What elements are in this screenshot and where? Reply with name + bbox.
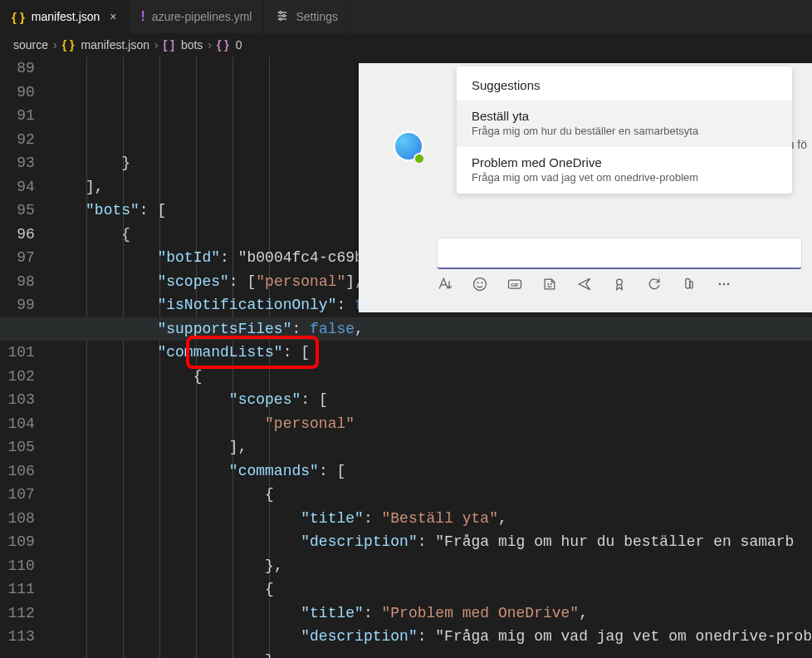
- teams-chat-panel: n du fö Suggestions Beställ yta Fråga mi…: [359, 63, 812, 312]
- loop-icon[interactable]: [646, 276, 663, 292]
- tab-label: Settings: [296, 10, 338, 23]
- praise-icon[interactable]: [611, 276, 628, 292]
- breadcrumb-item[interactable]: bots: [181, 38, 203, 52]
- svg-point-8: [482, 282, 482, 283]
- emoji-icon[interactable]: [472, 276, 488, 292]
- code-line[interactable]: },: [50, 554, 812, 578]
- suggestion-desc: Fråga mig om vad jag vet om onedrive-pro…: [472, 171, 777, 184]
- chevron-right-icon: ›: [154, 38, 159, 52]
- tab-manifest-json[interactable]: { } manifest.json ×: [0, 0, 130, 33]
- svg-point-7: [477, 282, 478, 283]
- code-line[interactable]: "personal": [50, 412, 812, 436]
- code-line[interactable]: ],: [50, 435, 812, 459]
- code-line[interactable]: "description": "Fråga mig om vad jag vet…: [50, 625, 812, 649]
- svg-point-16: [719, 283, 722, 286]
- tab-settings[interactable]: Settings: [264, 0, 350, 33]
- gif-icon[interactable]: GIF: [506, 276, 523, 292]
- settings-icon: [276, 9, 289, 25]
- svg-point-3: [283, 14, 286, 17]
- suggestion-title: Beställ yta: [472, 109, 777, 123]
- code-line[interactable]: "supportsFiles": false,: [50, 317, 812, 341]
- svg-point-1: [280, 11, 282, 13]
- object-icon: { }: [217, 38, 229, 52]
- breadcrumb-item[interactable]: source: [13, 38, 48, 52]
- code-line[interactable]: "scopes": [: [50, 388, 812, 412]
- message-input[interactable]: [437, 238, 802, 269]
- suggestion-desc: Fråga mig om hur du beställer en samarbe…: [472, 125, 777, 137]
- svg-rect-15: [690, 282, 692, 288]
- code-line[interactable]: "commands": [: [50, 459, 812, 484]
- yml-icon: !: [141, 9, 145, 24]
- line-number-gutter: 8990919293949596979899100101102103104105…: [0, 56, 50, 658]
- tab-label: azure-pipelines.yml: [152, 10, 252, 23]
- tab-azure-pipelines[interactable]: ! azure-pipelines.yml: [130, 0, 265, 33]
- svg-rect-14: [686, 278, 690, 288]
- chevron-right-icon: ›: [208, 38, 212, 52]
- breadcrumb-item[interactable]: manifest.json: [81, 38, 149, 52]
- svg-text:GIF: GIF: [511, 282, 519, 287]
- array-icon: [ ]: [164, 38, 174, 52]
- breadcrumb[interactable]: source › { } manifest.json › [ ] bots › …: [0, 33, 812, 56]
- suggestions-title: Suggestions: [457, 66, 792, 101]
- chevron-right-icon: ›: [53, 38, 57, 52]
- svg-point-12: [550, 284, 551, 285]
- compose-toolbar: GIF: [437, 276, 732, 292]
- sticker-icon[interactable]: [541, 276, 558, 292]
- presence-badge: [413, 153, 425, 164]
- svg-point-5: [280, 17, 282, 20]
- svg-point-17: [723, 283, 726, 286]
- suggestion-item[interactable]: Beställ yta Fråga mig om hur du beställe…: [457, 101, 792, 147]
- svg-point-11: [548, 284, 549, 285]
- code-line[interactable]: "commandLists": [: [50, 341, 812, 365]
- code-line[interactable]: "title": "Beställ yta",: [50, 507, 812, 531]
- tab-bar: { } manifest.json × ! azure-pipelines.ym…: [0, 0, 812, 33]
- close-icon[interactable]: ×: [110, 10, 116, 23]
- code-line[interactable]: {: [50, 365, 812, 389]
- code-line[interactable]: }: [50, 649, 812, 659]
- svg-point-6: [474, 278, 487, 291]
- svg-point-18: [727, 283, 730, 286]
- tab-label: manifest.json: [32, 10, 100, 23]
- suggestions-card: Suggestions Beställ yta Fråga mig om hur…: [457, 66, 792, 194]
- json-icon: { }: [12, 10, 25, 24]
- more-icon[interactable]: [716, 276, 732, 292]
- send-icon[interactable]: [576, 276, 593, 292]
- svg-point-13: [617, 279, 623, 285]
- code-line[interactable]: {: [50, 577, 812, 602]
- breadcrumb-item[interactable]: 0: [236, 38, 242, 52]
- format-icon[interactable]: [437, 276, 453, 292]
- json-icon: { }: [62, 38, 75, 52]
- suggestion-title: Problem med OneDrive: [472, 155, 777, 169]
- code-line[interactable]: "title": "Problem med OneDrive",: [50, 602, 812, 626]
- attachment-icon[interactable]: [681, 276, 697, 292]
- suggestion-item[interactable]: Problem med OneDrive Fråga mig om vad ja…: [457, 147, 792, 194]
- code-line[interactable]: "description": "Fråga mig om hur du best…: [50, 530, 812, 554]
- code-line[interactable]: {: [50, 483, 812, 507]
